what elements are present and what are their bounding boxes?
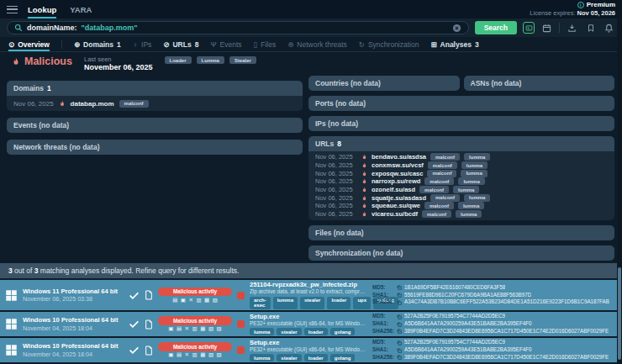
network-threats-panel-header[interactable]: Network threats (no data) <box>7 140 303 155</box>
tab-overview[interactable]: ⊙Overview <box>8 37 50 51</box>
url-row[interactable]: Nov 06, 2025 ozonelf.su/asd malconf lumm… <box>308 186 614 194</box>
tag[interactable]: lumma <box>464 153 490 161</box>
tag[interactable]: malconf <box>419 186 449 193</box>
tag[interactable]: stealer <box>277 354 301 361</box>
url-row[interactable]: Nov 06, 2025 conxmsw.su/vcsf malconf lum… <box>308 161 614 170</box>
url-row[interactable]: Nov 06, 2025 exposqw.su/casc malconf lum… <box>308 169 614 177</box>
tab-analyses[interactable]: ⊞Analyses3 <box>430 37 478 51</box>
tag[interactable]: lumma <box>250 328 274 335</box>
tab-domains[interactable]: ⊕Domains1 <box>74 37 121 51</box>
copy-icon[interactable] <box>397 322 402 327</box>
behavior-icon[interactable]: ▣ <box>168 352 173 358</box>
report-icon[interactable] <box>145 346 153 356</box>
tag[interactable]: golang <box>330 328 356 335</box>
tab-network-threats[interactable]: ⊛Network threats <box>287 37 347 51</box>
tag[interactable]: Loader <box>165 56 192 64</box>
files-panel-header[interactable]: Files (no data) <box>308 225 614 240</box>
behavior-icon[interactable]: ▣ <box>181 298 186 303</box>
tag[interactable]: stealer <box>300 297 324 309</box>
copy-icon[interactable] <box>397 340 402 346</box>
tag[interactable]: Lumma <box>197 56 224 64</box>
copy-icon[interactable] <box>397 329 402 334</box>
download-icon[interactable] <box>566 22 578 34</box>
url-row[interactable]: Nov 06, 2025 squeaue.su/qwe malconf lumm… <box>308 202 614 210</box>
countries-panel-header[interactable]: Countries (no data) <box>308 76 460 91</box>
tag[interactable]: loader <box>304 328 328 335</box>
scrollbar-thumb[interactable] <box>618 267 621 360</box>
behavior-icon[interactable]: ✕ <box>188 298 192 303</box>
behavior-icon[interactable]: ▥ <box>196 298 201 303</box>
tag[interactable]: loader <box>327 297 351 309</box>
tab-events[interactable]: ΨEvents <box>210 37 241 51</box>
tag[interactable]: malconf <box>428 161 457 169</box>
url-row[interactable]: Nov 06, 2025 vicareu.su/bcdf malconf lum… <box>308 210 614 219</box>
behavior-icon[interactable]: ▨ <box>217 352 222 358</box>
clear-search-icon[interactable] <box>452 24 461 33</box>
copy-icon[interactable] <box>397 314 402 319</box>
report-icon[interactable] <box>145 319 153 330</box>
tag[interactable]: malconf <box>430 153 460 161</box>
url-row[interactable]: Nov 06, 2025 narroxp.su/rewd malconf lum… <box>308 177 614 186</box>
url-row[interactable]: Nov 06, 2025 bendavo.su/asdsa malconf lu… <box>308 153 614 161</box>
behavior-icon[interactable]: ▤ <box>172 298 177 303</box>
copy-icon[interactable] <box>397 285 402 290</box>
copy-icon[interactable] <box>397 293 402 298</box>
copy-icon[interactable] <box>397 300 402 305</box>
analysis-row[interactable]: Windows 11 Professional 64 bit November … <box>0 280 617 310</box>
behavior-icon[interactable]: ▧ <box>208 326 213 332</box>
tag[interactable]: lumma <box>461 161 488 169</box>
tag[interactable]: stealer <box>277 328 301 335</box>
behavior-icon[interactable]: ✕ <box>185 326 189 332</box>
info-icon[interactable]: i <box>577 2 584 8</box>
tag[interactable]: malconf <box>424 202 454 209</box>
behavior-icon[interactable]: ▧ <box>213 298 218 303</box>
ports-panel-header[interactable]: Ports (no data) <box>308 96 614 111</box>
tab-ips[interactable]: ♀IPs <box>133 37 152 51</box>
tag[interactable]: lumma <box>456 210 482 218</box>
behavior-icon[interactable]: ▤ <box>177 326 182 332</box>
tag[interactable]: lumma <box>458 202 484 209</box>
behavior-icon[interactable]: ▥ <box>192 352 198 358</box>
behavior-icon[interactable]: ▧ <box>208 352 213 358</box>
tag[interactable]: lumma <box>464 194 490 202</box>
bookmark-icon[interactable] <box>584 22 597 34</box>
ips-panel-header[interactable]: IPs (no data) <box>308 116 614 131</box>
events-panel-header[interactable]: Events (no data) <box>7 118 303 133</box>
behavior-icon[interactable]: ▥ <box>192 326 198 332</box>
tag[interactable]: lumma <box>458 177 484 185</box>
tag[interactable]: malconf <box>424 177 454 185</box>
behavior-icon[interactable]: ▦ <box>204 298 209 303</box>
behavior-icon[interactable]: ▨ <box>217 326 222 332</box>
bell-icon[interactable] <box>603 22 615 34</box>
behavior-icon[interactable]: ▦ <box>200 326 205 332</box>
tag[interactable]: malconf <box>422 210 451 218</box>
analysis-row[interactable]: Windows 10 Professional 64 bit November … <box>0 312 617 336</box>
behavior-icon[interactable]: ✕ <box>185 352 189 358</box>
tag[interactable]: lumma <box>461 170 487 177</box>
tag[interactable]: lumma <box>273 297 298 309</box>
query-templates-icon[interactable] <box>523 22 535 34</box>
tag[interactable]: lumma <box>250 354 274 361</box>
calendar-icon[interactable] <box>540 22 553 34</box>
copy-icon[interactable] <box>397 348 402 353</box>
urls-panel-header[interactable]: URLs8 <box>308 136 614 151</box>
tag[interactable]: malconf <box>427 170 456 177</box>
tab-files[interactable]: ▯Files <box>254 37 277 51</box>
tab-urls[interactable]: ⊘URLs8 <box>163 37 198 51</box>
search-input[interactable]: domainName: "databap.mom" <box>7 21 469 34</box>
tag[interactable]: upx <box>353 297 371 309</box>
tag[interactable]: arch-exec <box>250 297 271 309</box>
tag[interactable]: malconf <box>119 100 149 108</box>
report-icon[interactable] <box>145 290 153 300</box>
search-button[interactable]: Search <box>475 21 517 34</box>
tag[interactable]: loader <box>304 354 328 361</box>
analysis-row[interactable]: Windows 10 Professional 64 bit November … <box>0 338 617 362</box>
tag[interactable]: Stealer <box>229 56 256 64</box>
domain-row[interactable]: Nov 06, 2025 databap.mom malconf <box>7 96 303 111</box>
menu-icon[interactable] <box>7 6 18 13</box>
tag[interactable]: malconf <box>430 194 460 202</box>
behavior-icon[interactable]: ▦ <box>200 352 205 358</box>
behavior-icon[interactable]: ▤ <box>177 352 182 358</box>
tab-synchronization[interactable]: ↻Synchronization <box>359 37 419 51</box>
asns-panel-header[interactable]: ASNs (no data) <box>464 76 615 91</box>
